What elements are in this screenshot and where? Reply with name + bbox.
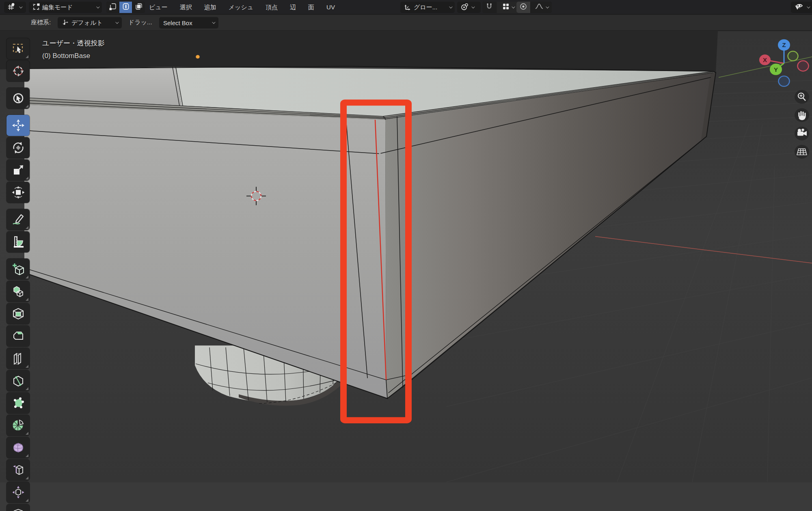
toolbar (6, 38, 30, 511)
grid-ortho-button[interactable] (795, 145, 809, 159)
coordinate-system-label: 座標系: (31, 19, 51, 26)
camera-view-button[interactable] (795, 127, 809, 140)
poly-build-tool[interactable] (6, 392, 30, 414)
chevron-down-icon (471, 5, 475, 8)
mode-label: 編集モード (42, 4, 73, 11)
snap-with-dropdown[interactable] (497, 2, 519, 13)
proportional-editing-toggle[interactable] (516, 2, 530, 13)
object-origin-dot (196, 55, 200, 59)
mode-dropdown[interactable]: 編集モード (29, 2, 102, 13)
knife-tool[interactable] (6, 370, 30, 391)
visibility-dropdown[interactable] (791, 2, 812, 13)
vertex-select-icon (109, 2, 117, 12)
scene-canvas[interactable]: Z X Y (0, 31, 812, 511)
view-mode-label: ユーザー・透視投影 (42, 37, 105, 50)
editor-type-button[interactable] (4, 2, 26, 13)
orientation-label: グロー... (414, 4, 437, 11)
orientation-axes-icon (404, 3, 412, 12)
measure-tool[interactable] (6, 231, 30, 252)
chevron-down-icon (449, 5, 452, 8)
viewport-header: 編集モード (0, 0, 812, 15)
visibility-eye-icon (793, 2, 804, 13)
spin-tool[interactable] (6, 415, 30, 436)
menu-add[interactable]: 追加 (198, 0, 222, 15)
menu-select[interactable]: 選択 (174, 0, 198, 15)
chevron-down-icon (512, 5, 515, 8)
chevron-down-icon (546, 5, 549, 8)
loop-cut-tool[interactable] (6, 348, 30, 369)
snap-magnet-icon (485, 2, 493, 12)
select-mode-dropdown[interactable]: Select Box (159, 17, 218, 28)
select-box-tool[interactable] (6, 38, 30, 59)
bevel-tool[interactable] (6, 326, 30, 347)
proportional-edit-group (516, 2, 552, 13)
vertex-select-toggle[interactable] (106, 2, 119, 13)
axis-small-icon (62, 19, 69, 27)
menu-edge[interactable]: 辺 (284, 0, 302, 15)
move-tool[interactable] (6, 115, 30, 136)
shrink-fatten-tool[interactable] (6, 482, 30, 503)
menu-bar: ビュー 選択 追加 メッシュ 頂点 辺 面 UV (143, 0, 341, 15)
snap-toggle[interactable] (482, 2, 496, 13)
transform-orientation-dropdown[interactable]: グロー... (400, 2, 455, 13)
horizon-backdrop (0, 31, 718, 72)
gizmo-neg-x[interactable] (798, 61, 809, 71)
add-cube-tool[interactable] (6, 259, 30, 280)
snap-target-icon (502, 3, 510, 12)
falloff-curve-icon (535, 3, 544, 12)
gizmo-neg-z[interactable] (779, 76, 790, 86)
transform-tool[interactable] (6, 182, 30, 203)
scale-tool[interactable] (6, 160, 30, 181)
proportional-editing-icon (519, 2, 527, 12)
editor-type-icon (7, 3, 16, 12)
chevron-down-icon (115, 20, 119, 24)
menu-vertex[interactable]: 頂点 (259, 0, 284, 15)
select-mode-value: Select Box (163, 19, 192, 26)
select-mode-toggle-group (106, 2, 145, 13)
cursor-tool[interactable] (6, 60, 30, 82)
active-object-label: (0) BottomBase (42, 50, 105, 62)
coordinate-system-dropdown[interactable]: デフォルト (58, 17, 122, 28)
blender-window: 編集モード (0, 0, 812, 511)
rotate-tool[interactable] (6, 137, 30, 158)
edge-select-icon (122, 2, 130, 12)
face-select-icon (135, 2, 143, 12)
pivot-point-dropdown[interactable] (457, 2, 481, 13)
pivot-point-icon (460, 3, 469, 12)
menu-uv[interactable]: UV (320, 0, 341, 15)
menu-face[interactable]: 面 (302, 0, 320, 15)
viewport-overlay-text: ユーザー・透視投影 (0) BottomBase (42, 37, 105, 62)
pan-button[interactable] (795, 108, 809, 122)
drag-label: ドラッ... (128, 19, 152, 26)
zoom-button[interactable] (795, 90, 809, 104)
extrude-region-tool[interactable] (6, 281, 30, 302)
circle-select-tool[interactable] (6, 88, 30, 109)
edge-select-toggle[interactable] (119, 2, 132, 13)
menu-mesh[interactable]: メッシュ (222, 0, 259, 15)
chevron-down-icon (96, 5, 99, 8)
annotate-tool[interactable] (6, 209, 30, 230)
chevron-down-icon (807, 5, 810, 8)
chevron-down-icon (212, 20, 215, 24)
chevron-down-icon (19, 5, 22, 8)
falloff-dropdown[interactable] (531, 2, 552, 13)
edge-slide-tool[interactable] (6, 459, 30, 481)
snap-group (482, 2, 519, 13)
gizmo-neg-y[interactable] (788, 51, 798, 60)
tool-settings-bar: 座標系: デフォルト ドラッ... Select Box (0, 15, 812, 31)
edit-mode-icon (32, 3, 40, 12)
coordinate-system-value: デフォルト (71, 19, 103, 27)
menu-view[interactable]: ビュー (143, 0, 174, 15)
gizmo-x-label: X (763, 57, 767, 63)
gizmo-z-label: Z (782, 42, 786, 48)
rip-region-tool[interactable] (6, 504, 30, 511)
inset-faces-tool[interactable] (6, 303, 30, 324)
smooth-tool[interactable] (6, 437, 30, 458)
gizmo-y-label: Y (774, 67, 778, 73)
3d-viewport[interactable]: Z X Y (0, 31, 812, 511)
